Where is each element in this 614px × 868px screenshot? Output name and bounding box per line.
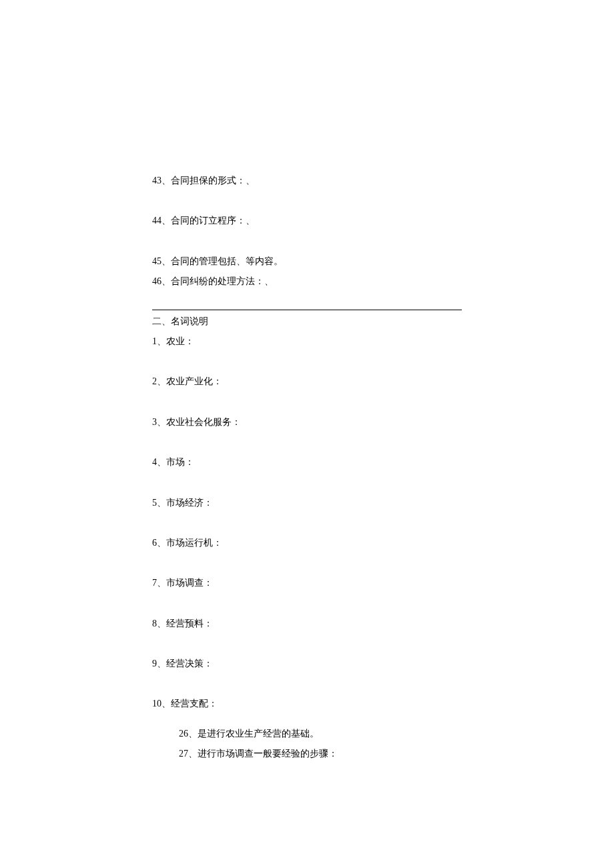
section-title-text: 二、名词说明 (152, 316, 208, 326)
question-text: 27、进行市场调查一般要经验的步骤： (179, 749, 338, 759)
term-text: 1、农业： (152, 336, 194, 346)
section-2-title: 二、名词说明 (152, 314, 462, 329)
page-container: 43、合同担保的形式：、 44、合同的订立程序：、 45、合同的管理包括、等内容… (0, 0, 614, 762)
term-text: 7、市场调查： (152, 578, 213, 588)
term-text: 6、市场运行机： (152, 538, 222, 548)
question-text: 26、是进行农业生产经营的基础。 (179, 729, 319, 739)
question-text: 46、合同纠纷的处理方法：、 (152, 276, 274, 286)
question-text: 45、合同的管理包括、等内容。 (152, 256, 283, 266)
question-43: 43、合同担保的形式：、 (152, 173, 462, 188)
term-text: 4、市场： (152, 457, 194, 467)
term-text: 2、农业产业化： (152, 376, 222, 386)
question-44: 44、合同的订立程序：、 (152, 213, 462, 228)
question-26: 26、是进行农业生产经营的基础。 (152, 727, 462, 741)
term-5: 5、市场经济： (152, 496, 462, 510)
term-text: 8、经营预料： (152, 618, 213, 628)
question-46: 46、合同纠纷的处理方法：、 (152, 274, 462, 289)
term-4: 4、市场： (152, 455, 462, 470)
term-1: 1、农业： (152, 334, 462, 349)
question-text: 43、合同担保的形式：、 (152, 175, 255, 185)
term-7: 7、市场调查： (152, 576, 462, 590)
question-27: 27、进行市场调查一般要经验的步骤： (152, 747, 462, 761)
term-3: 3、农业社会化服务： (152, 415, 462, 430)
term-text: 5、市场经济： (152, 498, 213, 508)
term-2: 2、农业产业化： (152, 374, 462, 389)
term-text: 10、经营支配： (152, 699, 218, 709)
section-divider (152, 310, 462, 310)
question-text: 44、合同的订立程序：、 (152, 215, 255, 226)
term-6: 6、市场运行机： (152, 536, 462, 550)
term-8: 8、经营预料： (152, 616, 462, 631)
question-45: 45、合同的管理包括、等内容。 (152, 254, 462, 269)
term-text: 9、经营决策： (152, 659, 213, 669)
term-10: 10、经营支配： (152, 697, 462, 711)
term-9: 9、经营决策： (152, 657, 462, 671)
term-text: 3、农业社会化服务： (152, 417, 241, 427)
